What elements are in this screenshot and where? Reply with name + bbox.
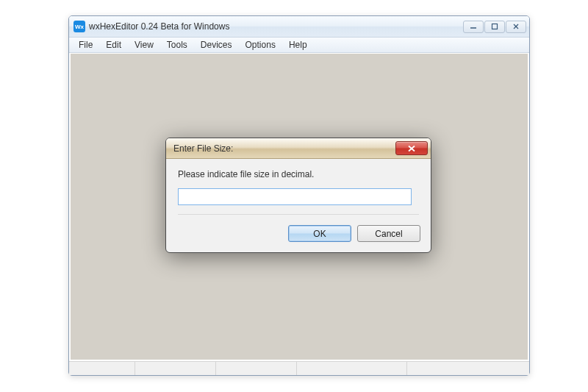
maximize-icon (491, 23, 498, 30)
menubar: File Edit View Tools Devices Options Hel… (69, 38, 529, 53)
menu-edit[interactable]: Edit (99, 38, 128, 51)
menu-help[interactable]: Help (282, 38, 314, 51)
status-cell (69, 362, 135, 375)
titlebar: Wx wxHexEditor 0.24 Beta for Windows (69, 16, 529, 38)
maximize-button[interactable] (484, 21, 505, 33)
menu-devices[interactable]: Devices (194, 38, 239, 51)
dialog-close-button[interactable] (395, 141, 428, 155)
ok-button[interactable]: OK (288, 225, 351, 242)
file-size-input[interactable] (178, 188, 412, 205)
close-button[interactable] (506, 21, 526, 33)
status-cell (216, 362, 297, 375)
window-controls (463, 21, 526, 33)
svg-rect-1 (492, 24, 498, 29)
status-cell (135, 362, 216, 375)
dialog-body: Please indicate file size in decimal. (166, 159, 431, 225)
close-icon (512, 23, 520, 30)
dialog-title: Enter File Size: (173, 143, 395, 154)
minimize-button[interactable] (463, 21, 484, 33)
minimize-icon (470, 23, 477, 30)
menu-view[interactable]: View (128, 38, 160, 51)
close-icon (407, 145, 416, 152)
menu-file[interactable]: File (72, 38, 99, 51)
file-size-dialog: Enter File Size: Please indicate file si… (165, 138, 431, 253)
separator (178, 214, 419, 215)
dialog-buttons: OK Cancel (166, 225, 431, 252)
dialog-prompt: Please indicate file size in decimal. (178, 169, 419, 179)
status-cell (297, 362, 407, 375)
dialog-titlebar: Enter File Size: (166, 138, 431, 159)
window-title: wxHexEditor 0.24 Beta for Windows (89, 21, 463, 32)
status-cell (407, 362, 529, 375)
menu-options[interactable]: Options (239, 38, 282, 51)
statusbar (69, 361, 529, 375)
app-icon: Wx (74, 21, 85, 32)
cancel-button[interactable]: Cancel (357, 225, 420, 242)
menu-tools[interactable]: Tools (160, 38, 194, 51)
